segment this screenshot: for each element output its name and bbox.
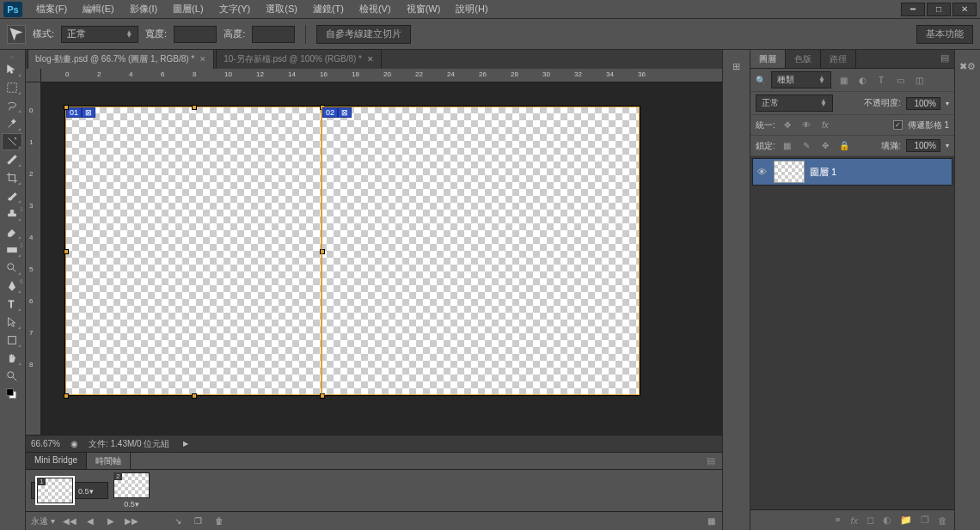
eyedropper-tool[interactable] (2, 151, 22, 168)
close-button[interactable]: ✕ (952, 3, 977, 16)
slice[interactable]: 02⊠ (322, 107, 640, 395)
minimize-button[interactable]: ━ (901, 3, 925, 16)
fill-input[interactable]: 100% (906, 139, 940, 152)
visibility-icon[interactable]: 👁 (755, 167, 769, 177)
unify-position-icon[interactable]: ✥ (781, 119, 794, 131)
tab-layers[interactable]: 圖層 (750, 50, 786, 68)
filter-shape-icon[interactable]: ▭ (893, 74, 907, 86)
panel-menu-icon[interactable]: ▤ (700, 453, 722, 469)
type-tool[interactable]: T (2, 295, 22, 313)
eraser-tool[interactable] (2, 223, 22, 241)
unify-visibility-icon[interactable]: 👁 (799, 119, 813, 131)
marquee-tool[interactable] (2, 79, 22, 96)
filter-type-icon[interactable]: T (874, 74, 888, 86)
dodge-tool[interactable] (2, 259, 22, 277)
loop-select[interactable]: 永遠 ▾ (31, 515, 55, 527)
crop-tool[interactable] (2, 169, 22, 186)
zoom-tool[interactable] (2, 368, 22, 385)
canvas[interactable]: 01⊠02⊠ (65, 107, 640, 395)
slice-tool[interactable] (2, 133, 22, 150)
dropdown-icon[interactable]: ▾ (946, 100, 949, 107)
ruler-origin[interactable] (26, 69, 41, 82)
tween-icon[interactable]: ↘ (172, 516, 184, 526)
next-frame-icon[interactable]: ▶▶ (126, 516, 138, 526)
new-layer-icon[interactable]: ❐ (921, 515, 929, 526)
lock-pixels-icon[interactable]: ✎ (799, 140, 813, 152)
options-icon[interactable]: ✖⚙ (955, 55, 980, 77)
shape-tool[interactable] (2, 332, 22, 349)
filter-kind-select[interactable]: 種類▲▼ (771, 71, 831, 88)
document-tab[interactable]: 10-另存新檔.psd @ 100% (RGB/8) *✕ (216, 49, 382, 69)
menu-edit[interactable]: 編輯(E) (76, 1, 121, 17)
timeline-frame[interactable]: 2 0.5▾ (113, 472, 150, 509)
timeline-frame[interactable]: 1 0.5▾ (31, 482, 108, 499)
play-icon[interactable]: ▶ (105, 516, 117, 526)
duplicate-frame-icon[interactable]: ❐ (193, 516, 205, 526)
maximize-button[interactable]: □ (927, 3, 951, 16)
tab-channels[interactable]: 色版 (786, 50, 821, 68)
path-select-tool[interactable] (2, 314, 22, 331)
menu-file[interactable]: 檔案(F) (29, 1, 74, 17)
tab-paths[interactable]: 路徑 (821, 50, 856, 68)
tab-minibridge[interactable]: Mini Bridge (26, 453, 87, 469)
lasso-tool[interactable] (2, 97, 22, 114)
gradient-tool[interactable]: 1 (2, 241, 22, 259)
menu-type[interactable]: 文字(Y) (212, 1, 258, 17)
width-input[interactable] (174, 26, 217, 43)
filter-adjust-icon[interactable]: ◐ (855, 74, 869, 86)
pen-tool[interactable]: 6 (2, 277, 22, 295)
menu-help[interactable]: 說明(H) (449, 1, 494, 17)
height-input[interactable] (252, 26, 295, 43)
menu-select[interactable]: 選取(S) (259, 1, 304, 17)
menu-layer[interactable]: 圖層(L) (166, 1, 210, 17)
fg-bg-colors[interactable] (2, 386, 22, 403)
layer-style-icon[interactable]: fx (850, 515, 858, 526)
canvas-viewport[interactable]: 024681012141618202224262830323436 012345… (26, 69, 722, 435)
brush-tool[interactable] (2, 187, 22, 204)
delete-layer-icon[interactable]: 🗑 (938, 515, 947, 526)
wand-tool[interactable] (2, 115, 22, 132)
slice[interactable]: 01⊠ (65, 107, 322, 395)
slice-from-guides-button[interactable]: 自參考線建立切片 (316, 25, 411, 44)
prev-frame-icon[interactable]: ◀ (84, 516, 96, 526)
layer-name[interactable]: 圖層 1 (810, 166, 836, 179)
close-tab-icon[interactable]: ✕ (199, 55, 206, 64)
blend-mode-select[interactable]: 正常▲▼ (756, 94, 833, 112)
unify-style-icon[interactable]: fx (818, 119, 832, 131)
search-icon[interactable]: 🔍 (756, 76, 766, 85)
lock-transparency-icon[interactable]: ▦ (781, 140, 794, 152)
layer-mask-icon[interactable]: ◻ (867, 515, 874, 526)
layer-thumbnail[interactable] (774, 161, 805, 183)
collapsed-panel-icon[interactable]: ⊞ (723, 55, 750, 77)
ruler-horizontal[interactable]: 024681012141618202224262830323436 (41, 69, 722, 82)
lock-all-icon[interactable]: 🔒 (837, 140, 851, 152)
document-tab[interactable]: blog-動畫.psd @ 66.7% (圖層 1, RGB/8) *✕ (28, 49, 214, 69)
panel-menu-icon[interactable]: ▤ (935, 50, 954, 68)
delete-frame-icon[interactable]: 🗑 (213, 516, 225, 526)
move-tool[interactable] (2, 61, 22, 78)
layer-row[interactable]: 👁 圖層 1 (752, 158, 952, 186)
tab-timeline[interactable]: 時間軸 (87, 453, 131, 469)
convert-timeline-icon[interactable]: ▦ (705, 516, 717, 526)
menu-window[interactable]: 視窗(W) (400, 1, 448, 17)
lock-position-icon[interactable]: ✥ (818, 140, 832, 152)
first-frame-icon[interactable]: ◀◀ (64, 516, 76, 526)
toolbox-grip[interactable]: ›› (0, 53, 25, 60)
status-menu-icon[interactable]: ▶ (183, 440, 188, 448)
filter-pixel-icon[interactable]: ▦ (836, 74, 850, 86)
group-icon[interactable]: 📁 (900, 515, 912, 526)
hand-tool[interactable] (2, 350, 22, 367)
filter-smart-icon[interactable]: ◫ (912, 74, 926, 86)
adjustment-layer-icon[interactable]: ◐ (883, 515, 891, 526)
current-tool-icon[interactable] (7, 25, 26, 44)
close-tab-icon[interactable]: ✕ (367, 55, 374, 64)
opacity-input[interactable]: 100% (906, 97, 940, 110)
ruler-vertical[interactable]: 012345678 (26, 82, 41, 435)
workspace-button[interactable]: 基本功能 (916, 25, 973, 44)
propagate-checkbox[interactable]: ✓ (893, 120, 903, 130)
style-select[interactable]: 正常▲▼ (61, 26, 138, 43)
link-layers-icon[interactable]: ⚭ (834, 515, 842, 526)
menu-filter[interactable]: 濾鏡(T) (306, 1, 351, 17)
menu-image[interactable]: 影像(I) (123, 1, 164, 17)
zoom-level[interactable]: 66.67% (31, 439, 60, 448)
